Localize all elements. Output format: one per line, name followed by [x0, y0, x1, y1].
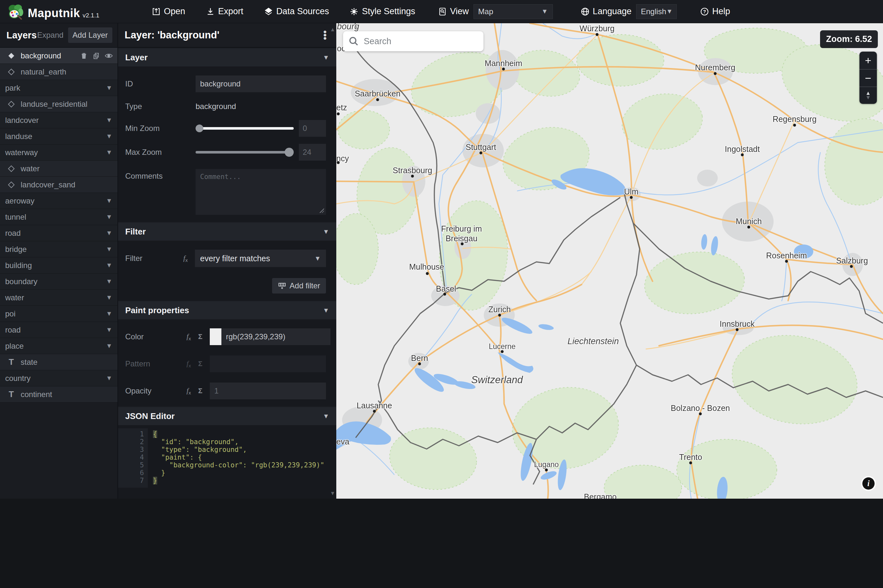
search-input[interactable] [364, 36, 470, 46]
pattern-input[interactable] [210, 356, 326, 372]
map-city-dot [337, 112, 340, 116]
expand-button[interactable]: Expand [37, 31, 63, 40]
color-swatch[interactable] [210, 328, 221, 345]
map-label-rosenheim: Rosenheim [766, 251, 807, 260]
json-editor[interactable]: 1234567 { "id": "background", "type": "b… [118, 425, 336, 499]
color-input[interactable] [221, 328, 330, 345]
editor-title: Layer: 'background' [125, 29, 320, 41]
filter-label: Filter [125, 254, 183, 263]
open-button[interactable]: Open [152, 6, 185, 16]
map-label-ulm: Ulm [624, 187, 638, 196]
language-menu[interactable]: Language [581, 6, 632, 16]
max-zoom-value[interactable]: 24 [299, 144, 326, 160]
language-select[interactable]: English▼ [636, 4, 677, 19]
map-label-trento: Trento [679, 453, 702, 462]
layer-list-item-road[interactable]: road▼ [0, 322, 117, 338]
layer-list-item-place[interactable]: place▼ [0, 338, 117, 354]
map-label-zurich: Zurich [488, 305, 511, 314]
open-icon [152, 7, 161, 16]
add-filter-button[interactable]: Add filter [272, 278, 326, 294]
sigma-icon[interactable]: Σ [198, 387, 210, 395]
scroll-up-icon[interactable]: ▲ [330, 27, 335, 33]
map-label-ingolstadt: Ingolstadt [725, 144, 760, 154]
data-sources-button[interactable]: Data Sources [264, 6, 329, 16]
section-paint-body: Color fx Σ Pattern fx Σ Opacity fx Σ [118, 320, 336, 406]
view-select[interactable]: Map▼ [473, 4, 553, 19]
duplicate-layer-icon[interactable] [92, 52, 100, 60]
comments-textarea[interactable] [195, 169, 326, 215]
layer-list-item-park[interactable]: park▼ [0, 80, 117, 96]
map-zoom-controls: + − ▲▼ [859, 52, 877, 104]
layer-list-item-boundary[interactable]: boundary▼ [0, 273, 117, 290]
section-json-header[interactable]: JSON Editor ▼ [118, 407, 336, 425]
layer-list-item-aeroway[interactable]: aeroway▼ [0, 193, 117, 209]
chevron-down-icon: ▼ [106, 326, 112, 333]
map-label-liechtenstein: Liechtenstein [568, 336, 619, 346]
chevron-down-icon: ▼ [542, 8, 548, 15]
layer-list-item-landcover_sand[interactable]: landcover_sand [0, 177, 117, 193]
pitch-toggle-button[interactable]: ▲▼ [859, 87, 877, 104]
layer-list-item-landuse[interactable]: landuse▼ [0, 128, 117, 144]
zoom-level-badge: Zoom: 6.52 [820, 30, 878, 48]
map-city-dot [596, 33, 599, 36]
layer-label: water [5, 293, 24, 302]
id-label: ID [125, 80, 195, 88]
layer-list-item-landcover[interactable]: landcover▼ [0, 112, 117, 128]
chevron-down-icon: ▼ [106, 84, 112, 92]
view-menu[interactable]: View [438, 6, 469, 16]
layer-label: natural_earth [21, 68, 66, 76]
map-city-dot [461, 243, 464, 246]
layer-menu-kebab-icon[interactable]: ••• [320, 30, 330, 40]
chevron-down-icon: ▼ [106, 230, 112, 237]
app-version: v2.1.1 [83, 12, 99, 19]
fx-icon[interactable]: fx [183, 254, 195, 263]
id-input[interactable] [195, 75, 326, 92]
chevron-down-icon: ▼ [106, 262, 112, 269]
section-filter-header[interactable]: Filter ▼ [118, 222, 336, 241]
min-zoom-slider[interactable] [195, 120, 294, 137]
layer-list-item-state[interactable]: Tstate [0, 354, 117, 370]
style-settings-button[interactable]: Style Settings [350, 6, 415, 16]
layer-list-item-waterway[interactable]: waterway▼ [0, 144, 117, 160]
layer-list-item-landuse_residential[interactable]: landuse_residential [0, 96, 117, 112]
textarea-resize-handle[interactable] [320, 208, 324, 213]
map-city-dot [689, 462, 692, 465]
filter-combinator-select[interactable]: every filter matches ▼ [195, 250, 326, 267]
map-search-box[interactable] [343, 31, 484, 51]
scroll-down-icon[interactable]: ▼ [330, 490, 335, 497]
fx-icon[interactable]: fx [186, 386, 198, 396]
map-canvas[interactable]: bourgocWürzburgMannheimNurembergSaarbrüc… [336, 23, 883, 499]
layer-list-item-natural_earth[interactable]: natural_earth [0, 64, 117, 80]
layer-list-item-bridge[interactable]: bridge▼ [0, 241, 117, 257]
layer-list-item-poi[interactable]: poi▼ [0, 306, 117, 322]
zoom-out-button[interactable]: − [859, 69, 877, 87]
delete-layer-icon[interactable] [80, 52, 88, 60]
zoom-in-button[interactable]: + [859, 52, 877, 69]
add-layer-button[interactable]: Add Layer [68, 27, 112, 43]
max-zoom-slider[interactable] [195, 144, 294, 160]
opacity-input[interactable] [210, 382, 326, 399]
layer-list-item-tunnel[interactable]: tunnel▼ [0, 209, 117, 225]
map-attribution-button[interactable]: i [861, 476, 876, 491]
layer-list-item-background[interactable]: background [0, 48, 117, 64]
layer-list-item-road[interactable]: road▼ [0, 225, 117, 241]
fx-icon[interactable]: fx [186, 332, 198, 341]
layer-label: road [5, 326, 21, 334]
layer-list-item-building[interactable]: building▼ [0, 257, 117, 273]
help-button[interactable]: ? Help [700, 6, 730, 16]
layer-list-item-continent[interactable]: Tcontinent [0, 386, 117, 402]
layer-list-item-water[interactable]: water [0, 160, 117, 177]
sigma-icon[interactable]: Σ [198, 333, 210, 341]
export-button[interactable]: Export [206, 6, 243, 16]
search-icon [348, 36, 359, 47]
min-zoom-value[interactable]: 0 [299, 120, 326, 137]
map-label-freiburg-im: Freiburg im [441, 224, 482, 234]
layer-editor-panel: ▲ ▼ Layer: 'background' ••• Layer ▼ ID T… [118, 23, 336, 499]
layer-list-item-country[interactable]: country▼ [0, 370, 117, 386]
chevron-down-icon: ▼ [666, 8, 673, 15]
layer-list-item-water[interactable]: water▼ [0, 290, 117, 306]
section-layer-header[interactable]: Layer ▼ [118, 48, 336, 66]
map-label-salzburg: Salzburg [836, 256, 868, 266]
visibility-icon[interactable] [105, 52, 113, 60]
section-paint-header[interactable]: Paint properties ▼ [118, 301, 336, 320]
